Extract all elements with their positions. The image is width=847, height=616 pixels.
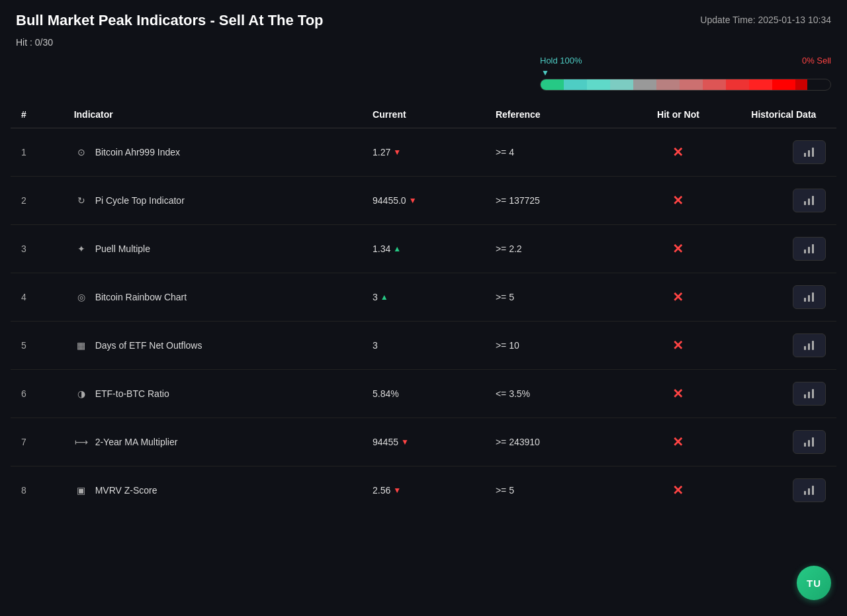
not-hit-icon: ✕ [672,290,684,304]
row-num: 5 [11,322,64,370]
chart-button[interactable] [793,237,826,261]
trend-down-icon: ▼ [393,486,401,495]
row-num: 6 [11,370,64,418]
row-current: 3 [362,322,485,370]
trend-down-icon: ▼ [409,196,417,205]
current-value: 94455.0 [373,195,406,206]
svg-rect-16 [808,392,810,398]
row-historical [731,273,836,322]
table-row: 6◑ETF-to-BTC Ratio5.84%<= 3.5%✕ [11,370,836,418]
svg-rect-22 [808,488,810,495]
row-historical [731,128,836,177]
current-value: 1.27 [373,147,390,157]
svg-rect-18 [804,443,806,447]
row-num: 3 [11,225,64,273]
chart-button[interactable] [793,189,826,212]
svg-rect-10 [808,295,810,302]
indicator-name: Pi Cycle Top Indicator [95,195,185,206]
not-hit-icon: ✕ [672,242,684,256]
svg-rect-5 [812,196,814,205]
svg-rect-2 [812,148,814,157]
col-header-hist: Historical Data [731,101,836,128]
row-indicator: ◑ETF-to-BTC Ratio [64,370,362,418]
svg-rect-0 [804,153,806,157]
col-header-hit: Hit or Not [625,101,731,128]
svg-rect-21 [804,491,806,495]
row-reference: >= 137725 [485,177,625,225]
row-indicator: ⊙Bitcoin Ahr999 Index [64,128,362,177]
trend-up-icon: ▲ [380,292,388,302]
row-reference: >= 4 [485,128,625,177]
not-hit-icon: ✕ [672,483,684,498]
row-historical [731,418,836,466]
col-header-indicator: Indicator [64,101,362,128]
row-historical [731,370,836,418]
progress-bar [540,79,831,91]
row-hit: ✕ [625,273,731,322]
chart-button[interactable] [793,430,826,454]
table-header-row: # Indicator Current Reference Hit or Not… [11,101,836,128]
hold-label: Hold 100% [540,56,582,66]
tu-badge[interactable]: TU [797,566,831,600]
sell-label: 0% Sell [802,56,831,66]
bar-labels: Hold 100% 0% Sell [540,56,831,66]
row-hit: ✕ [625,370,731,418]
row-indicator: ✦Puell Multiple [64,225,362,273]
not-hit-icon: ✕ [672,338,684,353]
svg-rect-1 [808,150,810,157]
indicator-name: 2-Year MA Multiplier [95,437,178,447]
svg-rect-8 [812,244,814,253]
indicator-icon: ✦ [74,242,89,256]
row-current: 1.27▼ [362,128,485,177]
row-hit: ✕ [625,466,731,515]
current-value: 3 [373,340,378,351]
chart-button[interactable] [793,382,826,406]
table-row: 7⟼2-Year MA Multiplier94455▼>= 243910✕ [11,418,836,466]
col-header-current: Current [362,101,485,128]
svg-rect-19 [808,440,810,447]
progress-arrow: ▼ [540,68,831,77]
indicator-name: Bitcoin Rainbow Chart [95,292,187,302]
trend-down-icon: ▼ [393,148,401,157]
svg-rect-11 [812,292,814,302]
progress-bar-section: Hold 100% 0% Sell ▼ [0,53,847,101]
indicator-name: Days of ETF Net Outflows [95,340,202,351]
row-num: 7 [11,418,64,466]
hit-status: Hit : 0/30 [16,37,831,48]
row-reference: >= 243910 [485,418,625,466]
col-header-num: # [11,101,64,128]
current-value: 94455 [373,437,398,447]
trend-up-icon: ▲ [393,244,401,253]
chart-button[interactable] [793,478,826,502]
chart-button[interactable] [793,140,826,164]
row-historical [731,225,836,273]
indicator-icon: ⊙ [74,145,89,159]
page-header: Bull Market Peak Indicators - Sell At Th… [0,0,847,37]
row-reference: >= 2.2 [485,225,625,273]
svg-rect-15 [804,394,806,398]
svg-rect-9 [804,298,806,302]
row-current: 94455▼ [362,418,485,466]
not-hit-icon: ✕ [672,193,684,208]
svg-rect-20 [812,437,814,447]
progress-bar-wrapper: ▼ [540,68,831,91]
chart-button[interactable] [793,285,826,309]
row-indicator: ↻Pi Cycle Top Indicator [64,177,362,225]
not-hit-icon: ✕ [672,386,684,401]
page-title: Bull Market Peak Indicators - Sell At Th… [16,12,324,29]
indicator-name: Puell Multiple [95,243,150,254]
chart-button[interactable] [793,333,826,357]
row-indicator: ⟼2-Year MA Multiplier [64,418,362,466]
row-hit: ✕ [625,322,731,370]
indicator-icon: ↻ [74,193,89,208]
row-current: 3▲ [362,273,485,322]
indicator-name: ETF-to-BTC Ratio [95,388,169,399]
indicator-name: MVRV Z-Score [95,485,157,496]
table-row: 8▣MVRV Z-Score2.56▼>= 5✕ [11,466,836,515]
row-num: 1 [11,128,64,177]
row-num: 2 [11,177,64,225]
svg-rect-23 [812,486,814,495]
indicator-icon: ◎ [74,290,89,304]
table-row: 2↻Pi Cycle Top Indicator94455.0▼>= 13772… [11,177,836,225]
row-current: 1.34▲ [362,225,485,273]
